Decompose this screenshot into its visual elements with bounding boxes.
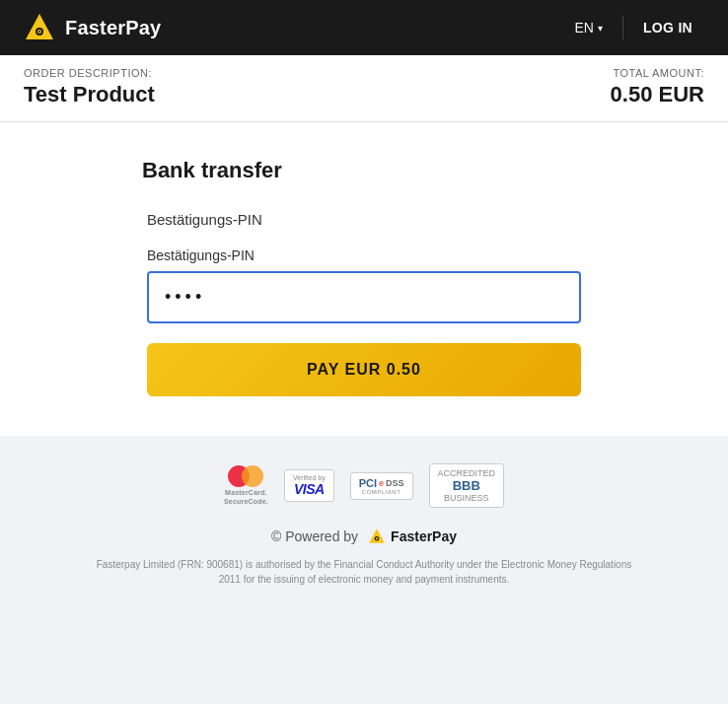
verified-by-text: Verified by (293, 474, 326, 481)
pay-button[interactable]: PAY EUR 0.50 (147, 343, 581, 396)
trust-badges: MasterCard. SecureCode. Verified by VISA… (224, 463, 504, 508)
header-divider (622, 16, 623, 39)
legal-text: Fasterpay Limited (FRN: 900681) is autho… (88, 557, 640, 587)
bbb-text: BBB (453, 478, 480, 493)
visa-text: VISA (294, 481, 325, 497)
verified-visa-badge: Verified by VISA (284, 469, 334, 502)
accredited-text: ACCREDITED (438, 468, 496, 478)
pci-dss-text: DSS (386, 478, 404, 488)
order-description-section: ORDER DESCRIPTION: Test Product (24, 67, 155, 107)
svg-point-6 (376, 537, 378, 539)
order-amount-section: TOTAL AMOUNT: 0.50 EUR (611, 67, 704, 107)
pci-dss-badge: PCI e DSS COMPLIANT (350, 472, 413, 500)
section-title: Bank transfer (142, 158, 282, 183)
powered-by: © Powered by FasterPay (271, 528, 457, 545)
footer: MasterCard. SecureCode. Verified by VISA… (0, 436, 728, 606)
logo-text: FasterPay (65, 17, 161, 39)
business-text: BUSINESS (444, 493, 489, 503)
order-amount-label: TOTAL AMOUNT: (611, 67, 704, 79)
fasterpay-logo-icon (24, 12, 55, 43)
language-selector[interactable]: EN ▾ (563, 12, 615, 43)
order-bar: ORDER DESCRIPTION: Test Product TOTAL AM… (0, 55, 728, 122)
order-amount-value: 0.50 EUR (611, 82, 704, 107)
login-button[interactable]: LOG IN (631, 12, 704, 43)
svg-marker-4 (369, 528, 385, 543)
pin-field-label: Bestätigungs-PIN (147, 247, 581, 263)
pci-e-text: e (379, 478, 384, 488)
fasterpay-brand: FasterPay (368, 528, 457, 545)
pci-logo-text: PCI (359, 477, 377, 489)
header: FasterPay EN ▾ LOG IN (0, 0, 728, 55)
form-area: Bestätigungs-PIN Bestätigungs-PIN PAY EU… (147, 211, 581, 396)
fasterpay-small-icon (368, 528, 386, 545)
logo-area: FasterPay (24, 12, 161, 43)
svg-point-3 (38, 31, 40, 33)
mastercard-circles-icon (228, 465, 263, 487)
main-content: Bank transfer Bestätigungs-PIN Bestätigu… (0, 122, 728, 436)
mastercard-right-circle (242, 465, 263, 487)
mastercard-secure-badge: MasterCard. SecureCode. (224, 465, 268, 506)
svg-marker-0 (26, 14, 53, 39)
pci-compliant-text: COMPLIANT (362, 489, 401, 495)
header-right: EN ▾ LOG IN (563, 12, 704, 43)
fasterpay-brand-text: FasterPay (391, 528, 457, 544)
bbb-badge: ACCREDITED BBB BUSINESS (429, 463, 505, 508)
pin-input[interactable] (147, 271, 581, 323)
order-description-label: ORDER DESCRIPTION: (24, 67, 155, 79)
field-info-label: Bestätigungs-PIN (147, 211, 581, 228)
order-description-value: Test Product (24, 82, 155, 107)
language-label: EN (575, 20, 594, 35)
chevron-down-icon: ▾ (598, 23, 603, 34)
mastercard-text: MasterCard. SecureCode. (224, 489, 268, 506)
powered-by-text: © Powered by (271, 528, 358, 544)
